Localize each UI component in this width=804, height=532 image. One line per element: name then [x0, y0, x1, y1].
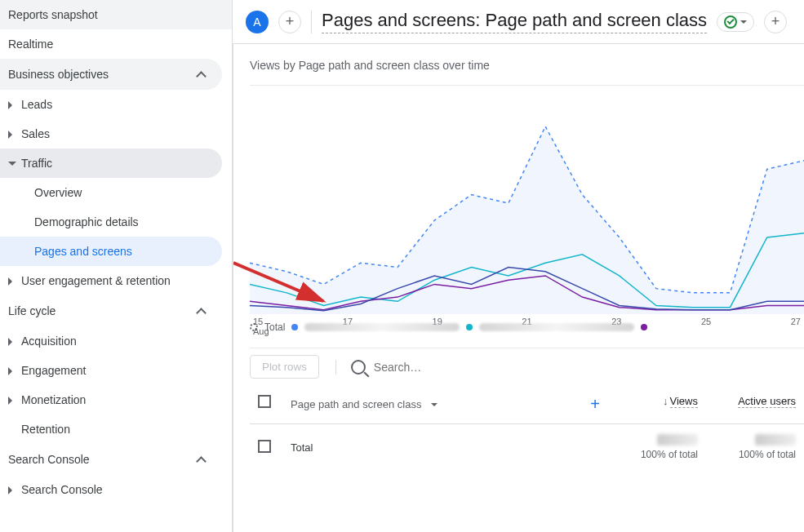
nav-traffic-pages-screens[interactable]: Pages and screens: [0, 237, 222, 266]
nav-monetization[interactable]: Monetization: [0, 385, 232, 415]
nav-group-search-console[interactable]: Search Console: [0, 444, 222, 475]
page-header: A + Pages and screens: Page path and scr…: [233, 0, 804, 44]
table-toolbar: Plot rows: [250, 348, 804, 385]
active-users-value: [755, 434, 796, 446]
caret-right-icon: [8, 101, 12, 109]
add-card-button[interactable]: +: [764, 11, 787, 33]
group-label: Life cycle: [8, 304, 56, 317]
nav-reports-snapshot[interactable]: Reports snapshot: [0, 0, 232, 29]
row-label: Total: [282, 424, 608, 471]
row-checkbox[interactable]: [258, 440, 271, 453]
chart-title: Views by Page path and screen class over…: [250, 59, 804, 72]
dimension-header[interactable]: Page path and screen class: [291, 398, 421, 410]
caret-down-icon[interactable]: [431, 403, 438, 406]
nav-leads[interactable]: Leads: [0, 90, 232, 119]
search-input[interactable]: [374, 361, 804, 374]
caret-right-icon: [8, 131, 12, 139]
caret-right-icon: [8, 277, 12, 286]
report-nav: Reports snapshot Realtime Business objec…: [0, 0, 233, 532]
data-table: Page path and screen class + ↓Views Acti…: [250, 385, 804, 470]
line-chart[interactable]: 15171921232527 Aug: [250, 85, 804, 313]
nav-search-console[interactable]: Search Console: [0, 475, 232, 504]
metric-active-users-header[interactable]: Active users: [738, 395, 796, 408]
nav-retention[interactable]: Retention: [0, 415, 232, 444]
nav-user-engagement[interactable]: User engagement & retention: [0, 266, 232, 295]
nav-acquisition[interactable]: Acquisition: [0, 326, 232, 356]
nav-engagement[interactable]: Engagement: [0, 356, 232, 385]
report-content: Views by Page path and screen class over…: [233, 44, 804, 532]
nav-traffic-overview[interactable]: Overview: [0, 178, 232, 207]
chevron-up-icon: [194, 304, 209, 318]
check-circle-icon: [724, 16, 737, 29]
legend-item-1: [304, 323, 460, 331]
views-value: [657, 434, 698, 446]
chevron-up-icon: [194, 452, 209, 467]
nav-realtime[interactable]: Realtime: [0, 29, 232, 59]
select-all-checkbox[interactable]: [258, 395, 271, 408]
nav-group-business-objectives[interactable]: Business objectives: [0, 59, 222, 90]
add-dimension-button[interactable]: +: [590, 395, 600, 414]
caret-right-icon: [8, 338, 12, 346]
group-label: Search Console: [8, 453, 90, 466]
legend-item-2: [479, 323, 634, 331]
chart-card: Views by Page path and screen class over…: [250, 44, 804, 348]
nav-sales[interactable]: Sales: [0, 119, 232, 149]
table-row-total[interactable]: Total 100% of total 100% of total: [250, 424, 804, 471]
main-panel: A + Pages and screens: Page path and scr…: [233, 0, 804, 532]
group-label: Business objectives: [8, 68, 109, 81]
caret-right-icon: [8, 397, 12, 405]
nav-traffic[interactable]: Traffic: [0, 149, 222, 178]
caret-down-icon: [740, 20, 747, 24]
caret-right-icon: [8, 486, 12, 494]
status-pill[interactable]: [717, 12, 754, 32]
active-users-pct: 100% of total: [739, 449, 796, 460]
plot-rows-button[interactable]: Plot rows: [250, 355, 319, 379]
nav-traffic-demographic[interactable]: Demographic details: [0, 207, 232, 237]
divider: [311, 11, 312, 33]
chevron-up-icon: [194, 67, 209, 82]
caret-right-icon: [8, 367, 12, 375]
caret-down-icon: [8, 162, 16, 166]
search-icon: [351, 360, 366, 375]
metric-views-header[interactable]: Views: [670, 395, 698, 408]
nav-group-life-cycle[interactable]: Life cycle: [0, 295, 222, 326]
audience-badge[interactable]: A: [246, 11, 269, 33]
sort-arrow-icon[interactable]: ↓: [663, 395, 669, 407]
table-search: [335, 360, 804, 375]
page-title[interactable]: Pages and screens: Page path and screen …: [322, 10, 707, 33]
add-comparison-button[interactable]: +: [278, 11, 301, 33]
views-pct: 100% of total: [641, 449, 698, 460]
